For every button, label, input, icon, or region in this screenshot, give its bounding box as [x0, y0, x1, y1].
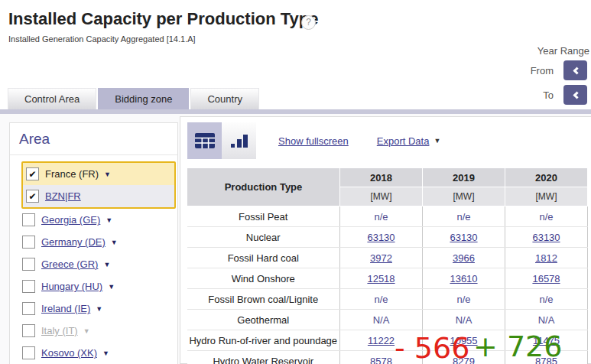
checkbox-greece[interactable] — [22, 258, 35, 271]
row-label: Wind Onshore — [187, 268, 340, 289]
row-label: Hydro Water Reservoir — [187, 351, 340, 364]
selected-area-group: ✔ France (FR) ▼ ✔ BZN|FR — [21, 161, 176, 209]
cell-value-link[interactable]: 1812 — [535, 252, 557, 264]
year-to-label: To — [543, 89, 554, 101]
chevron-down-icon: ▼ — [83, 327, 90, 335]
cell-value: N/A — [373, 314, 390, 326]
row-label: Nuclear — [187, 227, 340, 248]
cell-value: n/e — [456, 294, 470, 305]
cell-value-link[interactable]: 63130 — [532, 232, 560, 243]
chevron-down-icon[interactable]: ▼ — [103, 261, 110, 268]
chevron-down-icon[interactable]: ▼ — [106, 216, 112, 224]
row-label: Fossil Hard coal — [187, 248, 340, 268]
cell-value: n/e — [374, 211, 388, 223]
sidebar-title: Area — [10, 123, 177, 155]
table-view-button[interactable] — [187, 122, 222, 159]
cell-value: n/e — [539, 294, 553, 305]
column-header-2020: 2020 — [505, 168, 588, 187]
bar-chart-icon — [230, 133, 248, 148]
table-row: Nuclear 63130 63130 63130 — [187, 227, 588, 248]
chevron-down-icon[interactable]: ▼ — [102, 349, 109, 357]
area-row-kosovo[interactable]: Kosovo (XK) ▼ — [10, 342, 177, 364]
row-label: Fossil Brown coal/Lignite — [187, 289, 340, 310]
checkbox-kosovo[interactable] — [22, 346, 35, 359]
checkbox-germany[interactable] — [22, 236, 35, 249]
year-to-collapse-button[interactable] — [563, 85, 587, 105]
area-link-georgia[interactable]: Georgia (GE) — [41, 214, 100, 226]
table-row: Wind Onshore 12518 13610 16578 — [187, 268, 588, 289]
area-link-germany[interactable]: Germany (DE) — [41, 236, 106, 248]
checkbox-georgia[interactable] — [22, 213, 35, 226]
help-icon[interactable]: ? — [301, 15, 316, 30]
cell-value: n/e — [374, 294, 388, 305]
year-from-row: From — [531, 60, 587, 80]
checkbox-bzn-fr[interactable]: ✔ — [26, 190, 39, 203]
checkbox-italy — [22, 324, 35, 337]
checkbox-france[interactable]: ✔ — [26, 167, 39, 180]
cell-value-link[interactable]: 8578 — [370, 356, 392, 364]
column-header-2018: 2018 — [340, 168, 423, 187]
chevron-down-icon[interactable]: ▼ — [111, 239, 118, 246]
column-header-2019: 2019 — [423, 168, 505, 187]
cell-value-link[interactable]: 16578 — [532, 273, 560, 284]
cell-value-link[interactable]: 63130 — [450, 232, 477, 243]
row-label: Fossil Peat — [187, 206, 340, 227]
checkbox-ireland[interactable] — [22, 302, 35, 315]
export-data-link[interactable]: Export Data — [377, 135, 430, 147]
tab-control-area[interactable]: Control Area — [8, 88, 96, 109]
table-row: Geothermal N/A N/A N/A — [187, 310, 588, 330]
table-header-row: Production Type 2018 2019 2020 — [187, 168, 588, 187]
table-row: Fossil Peat n/e n/e n/e — [187, 206, 588, 227]
unit-label: [MW] — [505, 187, 588, 206]
results-panel: Show fullscreen Export Data ▼ Production… — [180, 116, 591, 364]
year-range-label: Year Range — [537, 45, 589, 57]
cell-value: n/e — [539, 211, 553, 223]
chevron-left-icon — [573, 67, 580, 74]
year-from-collapse-button[interactable] — [563, 60, 587, 80]
chevron-down-icon[interactable]: ▼ — [96, 305, 102, 313]
area-row-georgia[interactable]: Georgia (GE) ▼ — [10, 209, 177, 231]
unit-label: [MW] — [423, 187, 505, 206]
cell-value-link[interactable]: 13610 — [450, 273, 477, 284]
area-row-ireland[interactable]: Ireland (IE) ▼ — [10, 297, 177, 320]
page-title: Installed Capacity per Production Type — [8, 9, 318, 29]
unit-label: [MW] — [340, 187, 423, 206]
cell-value: N/A — [538, 314, 555, 326]
cell-value-link[interactable]: 3972 — [370, 252, 392, 264]
delta-positive-annotation: + 726 — [473, 332, 562, 361]
area-link-greece[interactable]: Greece (GR) — [41, 258, 98, 270]
row-label: Hydro Run-of-river and poundage — [187, 330, 340, 351]
area-link-kosovo[interactable]: Kosovo (XK) — [41, 347, 97, 359]
area-row-france[interactable]: ✔ France (FR) ▼ — [23, 163, 174, 185]
table-row: Fossil Brown coal/Lignite n/e n/e n/e — [187, 289, 588, 310]
page-subtitle: Installed Generation Capacity Aggregated… — [8, 34, 196, 44]
area-row-hungary[interactable]: Hungary (HU) ▼ — [10, 275, 177, 297]
column-header-production-type: Production Type — [187, 168, 340, 206]
cell-value-link[interactable]: 3966 — [453, 252, 475, 264]
chevron-down-icon[interactable]: ▼ — [108, 283, 115, 291]
delta-negative-annotation: - 566 — [395, 333, 469, 362]
cell-value: n/e — [456, 211, 470, 223]
show-fullscreen-link[interactable]: Show fullscreen — [278, 135, 349, 147]
results-toolbar: Show fullscreen Export Data ▼ — [180, 122, 591, 159]
area-row-greece[interactable]: Greece (GR) ▼ — [10, 253, 177, 275]
cell-value-link[interactable]: 11222 — [368, 335, 395, 346]
year-to-row: To — [543, 85, 587, 105]
chart-view-button[interactable] — [222, 122, 256, 159]
area-row-bzn-fr[interactable]: ✔ BZN|FR — [23, 185, 174, 207]
area-link-ireland[interactable]: Ireland (IE) — [41, 303, 90, 314]
row-label: Geothermal — [187, 310, 340, 330]
area-link-bzn-fr[interactable]: BZN|FR — [45, 190, 81, 202]
area-row-germany[interactable]: Germany (DE) ▼ — [10, 231, 177, 253]
app-window: Installed Capacity per Production Type ?… — [0, 0, 591, 364]
cell-value-link[interactable]: 12518 — [367, 273, 395, 284]
area-type-tabs: Control Area Bidding zone Country — [8, 88, 259, 109]
area-link-hungary[interactable]: Hungary (HU) — [41, 281, 102, 292]
chevron-down-icon[interactable]: ▼ — [434, 137, 440, 145]
tab-country[interactable]: Country — [190, 88, 259, 109]
tab-bidding-zone[interactable]: Bidding zone — [98, 88, 189, 109]
chevron-down-icon[interactable]: ▼ — [104, 171, 111, 178]
cell-value-link[interactable]: 63130 — [367, 232, 395, 243]
checkbox-hungary[interactable] — [22, 280, 35, 293]
area-row-italy: Italy (IT) ▼ — [10, 320, 177, 342]
